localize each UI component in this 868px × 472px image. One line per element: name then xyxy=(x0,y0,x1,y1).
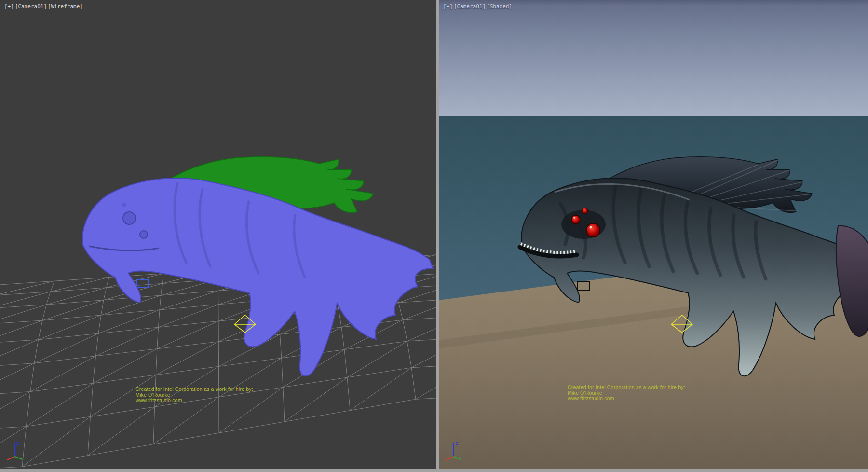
watermark-line: www.fritzstudio.com xyxy=(568,396,685,402)
eye-highlight xyxy=(590,226,592,229)
window-bottom-edge xyxy=(0,469,868,472)
fish-eye-red-large xyxy=(586,223,600,237)
viewport-camera-button[interactable]: [Camera01] xyxy=(15,3,47,10)
selection-box-gizmo[interactable] xyxy=(137,279,148,288)
fish-body[interactable] xyxy=(82,178,433,376)
eye-highlight xyxy=(573,217,575,219)
axis-z-label: z xyxy=(455,441,458,446)
fish-eye xyxy=(140,231,148,238)
viewport-shading-mode-button[interactable]: [Wireframe] xyxy=(48,3,83,10)
watermark-line: www.fritzstudio.com xyxy=(136,398,253,403)
axis-z-label: z xyxy=(16,441,19,446)
fish-eye-red-medium xyxy=(571,215,580,224)
fish-eye-red-small xyxy=(582,208,588,214)
viewport-menu-plus-button[interactable]: [+] xyxy=(443,3,453,10)
wireframe-fish-model[interactable] xyxy=(82,157,433,376)
world-axis-tripod: z xyxy=(443,434,467,463)
fish-eye xyxy=(123,212,136,224)
watermark-line: Created for Intel Corporation as a work … xyxy=(136,387,253,392)
sky xyxy=(439,0,868,117)
fish-eye xyxy=(122,203,126,207)
viewport-shaded[interactable]: [+][Camera01][Shaded] xyxy=(439,0,868,469)
watermark: Created for Intel Corporation as a work … xyxy=(136,387,253,403)
viewport-menu-plus-button[interactable]: [+] xyxy=(4,3,14,10)
eye-socket-shadow xyxy=(561,210,606,239)
watermark: Created for Intel Corporation as a work … xyxy=(568,385,685,402)
dual-viewport-stage: [+][Camera01][Wireframe] xyxy=(0,0,868,472)
viewport-camera-button[interactable]: [Camera01] xyxy=(454,3,486,10)
viewport-wireframe[interactable]: [+][Camera01][Wireframe] xyxy=(0,0,436,469)
axis-x-line xyxy=(7,457,14,460)
axis-y-line xyxy=(453,457,461,459)
watermark-line: Created for Intel Corporation as a work … xyxy=(568,385,685,390)
axis-x-line xyxy=(446,457,453,460)
viewport-label: [+][Camera01][Wireframe] xyxy=(4,3,84,10)
world-axis-tripod: z xyxy=(4,434,28,463)
viewport-label: [+][Camera01][Shaded] xyxy=(443,3,513,10)
viewport-shading-mode-button[interactable]: [Shaded] xyxy=(487,3,512,10)
axis-y-line xyxy=(14,457,23,459)
